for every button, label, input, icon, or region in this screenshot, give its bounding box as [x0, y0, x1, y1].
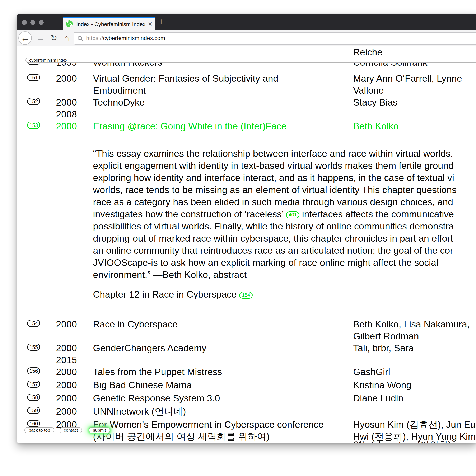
entry-year: 2015 — [56, 354, 77, 366]
entry-author: Mary Ann O‘Farrell, Lynne — [353, 72, 462, 85]
entry-author: 영), Inhwa Lee (이인화) — [353, 439, 451, 443]
entry-year: 2000 — [56, 392, 77, 404]
browser-window: Index - Cyberfeminism Index × + ← → ↻ ⌂ … — [17, 14, 476, 443]
back-button[interactable]: ← — [18, 31, 32, 45]
entry-year: 2000 — [56, 120, 77, 132]
entry-title[interactable]: GenderChangers Academy — [93, 342, 206, 354]
abstract-line: possibilities of virtual worlds. Finally… — [93, 220, 454, 232]
entry-line: 2015 — [17, 354, 476, 366]
entry-title[interactable]: TechnoDyke — [93, 96, 145, 108]
abstract-line: dropping-out of marked race within cyber… — [93, 232, 453, 244]
entry-title[interactable]: Genetic Response System 3.0 — [93, 392, 220, 404]
abstract-line: race as a category has been elided in su… — [93, 196, 453, 208]
traffic-light-zoom-icon[interactable] — [39, 20, 44, 25]
entry-number-badge[interactable]: 159 — [27, 407, 40, 414]
screenshot-stage: Index - Cyberfeminism Index × + ← → ↻ ⌂ … — [0, 0, 476, 476]
entry-number-badge[interactable]: 152 — [27, 98, 40, 105]
entry-title[interactable]: UNNInetwork (언니네) — [93, 405, 186, 417]
entry-number-badge[interactable]: 153 — [27, 122, 40, 129]
entry-year: 2000– — [56, 342, 82, 354]
url-scheme: https:// — [86, 35, 103, 41]
entry-line: 1582000Genetic Response System 3.0Diane … — [17, 392, 476, 404]
entry-title[interactable]: Embodiment — [93, 85, 146, 96]
browser-tab[interactable]: Index - Cyberfeminism Index × — [63, 17, 155, 30]
entry-year: 2000 — [56, 379, 77, 391]
entry-number-badge[interactable]: 155 — [27, 343, 40, 351]
entry-line: 1562000Tales from the Puppet MistressGas… — [17, 366, 476, 378]
entry-author: GashGirl — [353, 366, 390, 378]
crossref-badge-401[interactable]: 401 — [286, 211, 299, 218]
abstract-line: worlds, race tends to be missing as an e… — [93, 184, 457, 196]
entry-year: 2000 — [56, 72, 77, 85]
abstract-line: exploring how identity and interface int… — [93, 172, 454, 184]
entry-title[interactable]: Big Bad Chinese Mama — [93, 379, 192, 391]
abstract-line: an online community that reintroduces ra… — [93, 244, 453, 256]
tab-close-icon[interactable]: × — [148, 19, 152, 29]
url-bar[interactable]: https://cyberfeminismindex.com — [74, 32, 476, 45]
abstract-line: explicit engagement with identity in tex… — [93, 160, 454, 172]
entry-number-badge[interactable]: 156 — [27, 367, 40, 374]
entry-line: 1512000Virtual Gender: Fantasies of Subj… — [17, 72, 476, 85]
entry-author: Vallone — [353, 85, 384, 96]
forward-button[interactable]: → — [34, 30, 47, 46]
browser-titlebar: Index - Cyberfeminism Index × + — [17, 14, 476, 30]
entry-line: 1522000–TechnoDykeStacy Bias — [17, 96, 476, 108]
entry-year: 2000 — [56, 318, 77, 330]
entry-number-badge[interactable]: 151 — [27, 74, 40, 81]
site-title-link[interactable]: cyberfeminism index — [29, 58, 67, 62]
home-button[interactable]: ⌂ — [61, 30, 73, 46]
entry-number-badge[interactable]: 157 — [27, 380, 40, 388]
entry-author: Diane Ludin — [353, 392, 403, 404]
entry-author: Kristina Wong — [353, 379, 411, 391]
tab-title: Index - Cyberfeminism Index — [76, 17, 145, 30]
crossref-badge-154[interactable]: 154 — [239, 292, 253, 299]
entry-title[interactable]: Race in Cyberspace — [93, 318, 178, 330]
entry-line: 1552000–GenderChangers AcademyTali, brbr… — [17, 342, 476, 354]
entry-line: 1572000Big Bad Chinese MamaKristina Wong — [17, 379, 476, 391]
new-tab-button[interactable]: + — [158, 15, 164, 29]
entry-author: Beth Kolko — [353, 120, 399, 132]
browser-toolbar: ← → ↻ ⌂ https://cyberfeminismindex.com — [17, 30, 476, 46]
entry-title[interactable]: For Women’s Empowerment in Cyberspace co… — [93, 419, 324, 430]
entry-line: 영), Inhwa Lee (이인화) — [17, 439, 476, 443]
entry-line: EmbodimentVallone — [17, 85, 476, 96]
entry-title[interactable]: Virtual Gender: Fantasies of Subjectivit… — [93, 72, 278, 85]
entry-line: 1542000Race in CyberspaceBeth Kolko, Lis… — [17, 318, 476, 330]
url-text: https://cyberfeminismindex.com — [86, 35, 165, 42]
abstract-line: JVIOOScape-is to ask how an explicit mar… — [93, 256, 438, 269]
entry-line: 1532000Erasing @race: Going White in the… — [17, 120, 476, 132]
search-icon — [77, 35, 83, 41]
entry-line: Gilbert Rodman — [17, 330, 476, 342]
entry-author: Beth Kolko, Lisa Nakamura, — [353, 318, 470, 330]
entry-number-badge[interactable]: 158 — [27, 394, 40, 401]
url-host: cyberfeminismindex.com — [103, 35, 165, 41]
entry-year: 2000– — [56, 96, 82, 108]
entry-line: 2008 — [17, 108, 476, 120]
entry-line: 1592000UNNInetwork (언니네) — [17, 405, 476, 417]
globe-favicon — [66, 20, 73, 27]
contact-button[interactable]: contact — [60, 427, 82, 433]
traffic-light-close-icon[interactable] — [22, 20, 27, 25]
entry-number-badge[interactable]: 160 — [27, 420, 40, 427]
entry-author: Stacy Bias — [353, 96, 398, 108]
entry-author: Tali, brbr, Sara — [353, 342, 414, 354]
entry-number-badge[interactable]: 154 — [27, 320, 40, 327]
entry-author: Hyosun Kim (김효선), Jun Eu — [353, 419, 475, 430]
abstract-line: environment.” —Beth Kolko, abstract — [93, 269, 247, 281]
chapter-reference-line: Chapter 12 in Race in Cyberspace 154 — [93, 288, 253, 301]
traffic-light-minimize-icon[interactable] — [30, 20, 35, 25]
abstract-line: “This essay examines the relationship be… — [93, 148, 453, 160]
back-to-top-button[interactable]: back to top — [24, 427, 54, 433]
entry-year: 2000 — [56, 405, 77, 417]
entry-year: 2008 — [56, 108, 77, 120]
entry-author: Gilbert Rodman — [353, 330, 419, 342]
entry-title[interactable]: Erasing @race: Going White in the (Inter… — [93, 120, 287, 132]
entry-year: 2000 — [56, 366, 77, 378]
submit-button[interactable]: submit — [89, 427, 110, 433]
entry-line: 1602000For Women’s Empowerment in Cybers… — [17, 419, 476, 430]
page-content: Reiche1501999Woman HackersCornelia Sollf… — [17, 46, 476, 443]
entry-title[interactable]: Tales from the Puppet Mistress — [93, 366, 222, 378]
site-header-bar: cyberfeminism index — [25, 58, 476, 63]
reload-button[interactable]: ↻ — [48, 30, 60, 46]
abstract-line: investigates how the construction of ‘ra… — [93, 208, 454, 220]
